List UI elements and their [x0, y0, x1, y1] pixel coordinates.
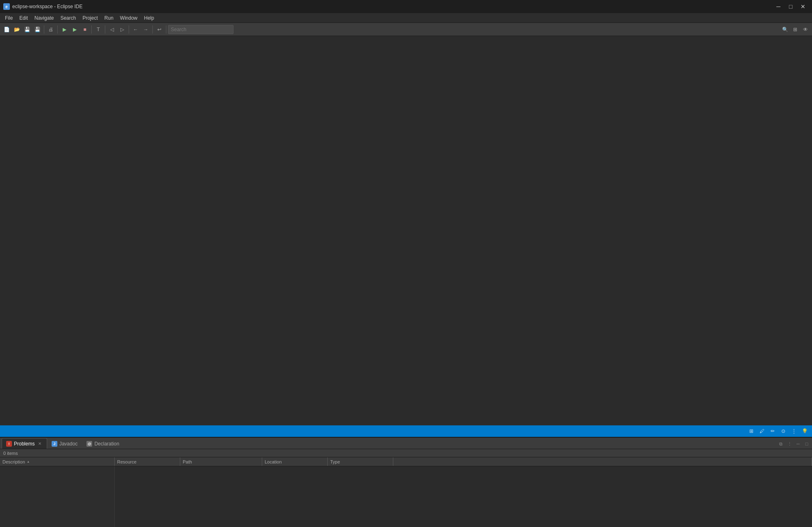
toolbar-separator-6 — [152, 25, 153, 34]
open-button[interactable]: 📂 — [12, 25, 22, 34]
col-location-label: Location — [265, 459, 282, 464]
table-body — [0, 466, 812, 527]
forward-button[interactable]: → — [141, 25, 151, 34]
window-title: eclipse-workspace - Eclipse IDE — [12, 4, 82, 9]
items-count-label: 0 items — [3, 451, 18, 456]
save-button[interactable]: 💾 — [22, 25, 32, 34]
menu-item-navigate[interactable]: Navigate — [31, 14, 57, 23]
items-count-bar: 0 items — [0, 449, 812, 457]
javadoc-icon: J — [52, 441, 57, 447]
col-header-resource[interactable]: Resource — [115, 457, 180, 466]
panel-tabs: ! Problems ✕ J Javadoc @ Declaration ⧉ ⋮… — [0, 438, 812, 449]
panel-tabs-right: ⧉ ⋮ ─ □ — [777, 440, 810, 449]
status-icon-5[interactable]: ⋮ — [790, 427, 798, 435]
col-path-label: Path — [183, 459, 192, 464]
tab-problems[interactable]: ! Problems ✕ — [2, 438, 47, 449]
next-annotation-button[interactable]: ▷ — [117, 25, 127, 34]
prev-annotation-button[interactable]: ◁ — [107, 25, 117, 34]
col-description-label: Description — [2, 459, 25, 464]
tab-javadoc-label: Javadoc — [59, 441, 78, 447]
perspective-button[interactable]: ⊞ — [790, 25, 800, 34]
sort-arrow-description: ▲ — [27, 460, 30, 463]
menu-bar: FileEditNavigateSearchProjectRunWindowHe… — [0, 13, 812, 23]
search-input[interactable] — [168, 25, 234, 34]
col-header-path[interactable]: Path — [180, 457, 262, 466]
close-button[interactable]: ✕ — [797, 1, 809, 12]
declaration-icon: @ — [86, 441, 92, 447]
col-header-rest — [393, 457, 812, 466]
print-button[interactable]: 🖨 — [46, 25, 56, 34]
minimize-button[interactable]: ─ — [773, 1, 784, 12]
tab-declaration-label: Declaration — [94, 441, 119, 447]
save-all-button[interactable]: 💾 — [32, 25, 42, 34]
toolbar-separator-7 — [166, 25, 166, 34]
col-header-description[interactable]: Description ▲ — [0, 457, 115, 466]
toolbar-separator-3 — [91, 25, 92, 34]
menu-item-run[interactable]: Run — [101, 14, 117, 23]
col-resource-label: Resource — [117, 459, 136, 464]
menu-item-search[interactable]: Search — [57, 14, 79, 23]
toolbar-separator-4 — [105, 25, 105, 34]
view-button[interactable]: 👁 — [801, 25, 810, 34]
status-icon-1[interactable]: ⊞ — [747, 427, 755, 435]
menu-item-window[interactable]: Window — [117, 14, 141, 23]
panel-minimize-button[interactable]: ─ — [794, 440, 802, 447]
panel-maximize-button[interactable]: □ — [803, 440, 810, 447]
col-type-label: Type — [330, 459, 340, 464]
menu-item-file[interactable]: File — [2, 14, 16, 23]
toolbar-separator-5 — [129, 25, 129, 34]
status-icon-3[interactable]: ✏ — [769, 427, 777, 435]
back-button[interactable]: ← — [131, 25, 141, 34]
col-header-type[interactable]: Type — [328, 457, 393, 466]
tab-problems-close[interactable]: ✕ — [37, 441, 43, 447]
toolbar-separator-1 — [44, 25, 44, 34]
problems-icon: ! — [6, 441, 12, 447]
tab-declaration[interactable]: @ Declaration — [82, 438, 124, 449]
title-bar-left: e eclipse-workspace - Eclipse IDE — [3, 3, 82, 10]
eclipse-icon: e — [3, 3, 10, 10]
toolbar-separator-2 — [57, 25, 58, 34]
search-icon-btn[interactable]: 🔍 — [780, 25, 790, 34]
tab-javadoc[interactable]: J Javadoc — [47, 438, 82, 449]
filter-button[interactable]: ⧉ — [777, 440, 785, 447]
title-controls: ─ □ ✕ — [773, 1, 809, 12]
editor-area — [0, 36, 812, 412]
table-body-left-panel — [0, 466, 115, 527]
title-bar: e eclipse-workspace - Eclipse IDE ─ □ ✕ — [0, 0, 812, 13]
last-edit-button[interactable]: ↩ — [154, 25, 164, 34]
run-button[interactable]: ▶ — [70, 25, 79, 34]
bottom-panel: ! Problems ✕ J Javadoc @ Declaration ⧉ ⋮… — [0, 437, 812, 527]
stop-button[interactable]: ■ — [80, 25, 90, 34]
status-right: ⊞ 🖊 ✏ ⊙ ⋮ 💡 — [747, 427, 809, 435]
status-icon-4[interactable]: ⊙ — [779, 427, 787, 435]
col-header-location[interactable]: Location — [262, 457, 328, 466]
debug-button[interactable]: ▶ — [59, 25, 69, 34]
menu-item-edit[interactable]: Edit — [16, 14, 31, 23]
status-bar: ⊞ 🖊 ✏ ⊙ ⋮ 💡 — [0, 425, 812, 437]
table-header: Description ▲ Resource Path Location Typ… — [0, 457, 812, 466]
menu-item-help[interactable]: Help — [141, 14, 158, 23]
toolbar: 📄 📂 💾 💾 🖨 ▶ ▶ ■ T ◁ ▷ ← → ↩ 🔍 ⊞ 👁 — [0, 23, 812, 36]
status-icon-2[interactable]: 🖊 — [758, 427, 766, 435]
tab-problems-label: Problems — [14, 441, 35, 447]
maximize-button[interactable]: □ — [785, 1, 796, 12]
menu-item-project[interactable]: Project — [79, 14, 101, 23]
open-type-button[interactable]: T — [93, 25, 103, 34]
status-icon-6[interactable]: 💡 — [801, 427, 809, 435]
new-button[interactable]: 📄 — [2, 25, 11, 34]
panel-menu-button[interactable]: ⋮ — [786, 440, 793, 447]
